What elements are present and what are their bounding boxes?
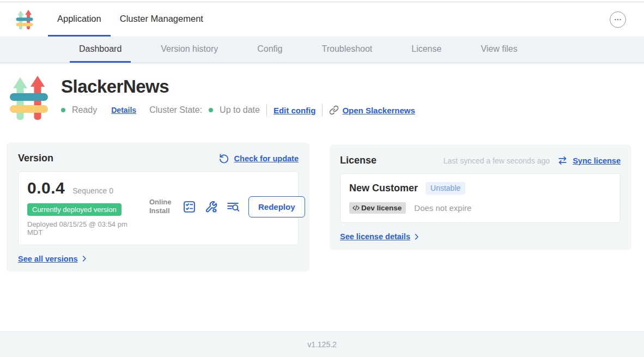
app-logo-large-icon xyxy=(9,72,49,124)
sync-license-link[interactable]: Sync license xyxy=(573,156,621,165)
last-synced-text: Last synced a few seconds ago xyxy=(443,156,550,165)
admin-console-page: Application Cluster Management Dashboard… xyxy=(0,0,644,357)
chevron-right-icon xyxy=(80,255,88,263)
open-app-link[interactable]: Open Slackernews xyxy=(342,106,415,115)
see-all-versions-row[interactable]: See all versions xyxy=(18,255,299,263)
see-license-details-link[interactable]: See license details xyxy=(340,232,410,241)
wrench-gear-icon xyxy=(204,200,218,214)
nav-tab-application[interactable]: Application xyxy=(48,2,111,37)
subnav-tab-dashboard-label: Dashboard xyxy=(79,44,121,54)
see-all-versions-link[interactable]: See all versions xyxy=(18,255,78,263)
version-sequence: Sequence 0 xyxy=(72,186,113,195)
app-status-row: Ready Details Cluster State: Up to date … xyxy=(61,104,415,116)
channel-badge: Unstable xyxy=(426,182,465,195)
cluster-state-label: Cluster State: xyxy=(149,105,202,115)
file-search-icon xyxy=(226,199,240,214)
status-details-link[interactable]: Details xyxy=(111,106,136,114)
link-icon xyxy=(329,105,339,115)
license-details-panel: New Customer Unstable Dev license Does n… xyxy=(340,173,621,223)
subnav-tab-version-history[interactable]: Version history xyxy=(151,37,227,63)
subnav-tab-version-history-label: Version history xyxy=(161,44,218,54)
version-card: Version Check for update 0.0.4 Sequence … xyxy=(7,142,309,272)
app-logo-large xyxy=(9,72,49,126)
version-card-title: Version xyxy=(18,153,53,164)
check-for-update-link[interactable]: Check for update xyxy=(234,154,299,163)
sync-icon xyxy=(557,155,568,166)
nav-tab-cluster-management-label: Cluster Management xyxy=(120,14,203,24)
subnav-tab-view-files-label: View files xyxy=(481,44,517,54)
top-navbar: Application Cluster Management xyxy=(0,2,644,37)
app-status-text: Ready xyxy=(72,105,97,115)
subnav-tab-license-label: License xyxy=(411,44,441,54)
app-status-dot xyxy=(61,108,65,112)
console-footer: v1.125.2 xyxy=(0,331,644,357)
topnav-tabs: Application Cluster Management xyxy=(48,2,212,37)
deployed-timestamp: Deployed 08/15/25 @ 03:54 pm MDT xyxy=(27,220,143,237)
refresh-icon xyxy=(219,153,229,164)
license-expiry: Does not expire xyxy=(414,203,471,213)
subnav-tab-troubleshoot-label: Troubleshoot xyxy=(321,44,372,54)
nav-tab-application-label: Application xyxy=(57,14,101,24)
edit-config-link[interactable]: Edit config xyxy=(274,106,316,115)
dashboard-cards: Version Check for update 0.0.4 Sequence … xyxy=(0,142,644,272)
nav-tab-cluster-management[interactable]: Cluster Management xyxy=(111,2,212,37)
divider xyxy=(322,104,323,116)
check-for-update-wrap[interactable]: Check for update xyxy=(219,153,299,164)
redeploy-button[interactable]: Redeploy xyxy=(248,196,305,217)
app-logo-icon xyxy=(15,8,34,31)
license-type-badge: Dev license xyxy=(349,202,406,214)
divider xyxy=(266,104,267,116)
cluster-state-value: Up to date xyxy=(220,105,260,115)
subnav-tab-config-label: Config xyxy=(257,44,282,54)
checklist-icon xyxy=(183,200,196,214)
navbar-logo xyxy=(0,2,34,37)
install-type-label: Online Install xyxy=(149,198,174,215)
code-icon xyxy=(352,204,360,212)
current-version-panel: 0.0.4 Sequence 0 Currently deployed vers… xyxy=(18,171,299,245)
license-card: License Last synced a few seconds ago Sy… xyxy=(330,144,631,250)
app-header: SlackerNews Ready Details Cluster State:… xyxy=(0,63,644,126)
preflight-checks-button[interactable] xyxy=(183,200,196,214)
view-files-button[interactable] xyxy=(226,199,240,214)
license-card-title: License xyxy=(340,155,376,166)
cluster-state-dot xyxy=(209,108,213,112)
deployed-status-badge: Currently deployed version xyxy=(27,203,121,216)
subnav-tab-config[interactable]: Config xyxy=(248,37,291,63)
view-config-button[interactable] xyxy=(204,200,218,214)
subnav-tab-view-files[interactable]: View files xyxy=(471,37,526,63)
license-type-badge-label: Dev license xyxy=(361,204,402,212)
chevron-right-icon xyxy=(412,233,421,241)
customer-name: New Customer xyxy=(349,183,418,194)
subnav-tab-troubleshoot[interactable]: Troubleshoot xyxy=(312,37,381,63)
subnav-tab-license[interactable]: License xyxy=(402,37,451,63)
subnav-tab-dashboard[interactable]: Dashboard xyxy=(70,37,131,63)
version-number: 0.0.4 xyxy=(27,179,65,197)
see-license-details-row[interactable]: See license details xyxy=(340,232,621,241)
app-subnav: Dashboard Version history Config Trouble… xyxy=(0,37,644,63)
console-version: v1.125.2 xyxy=(307,340,337,349)
more-menu-button[interactable] xyxy=(610,11,626,28)
ellipsis-icon xyxy=(613,15,623,25)
open-app-link-wrap[interactable]: Open Slackernews xyxy=(329,105,415,115)
page-title: SlackerNews xyxy=(61,76,415,97)
